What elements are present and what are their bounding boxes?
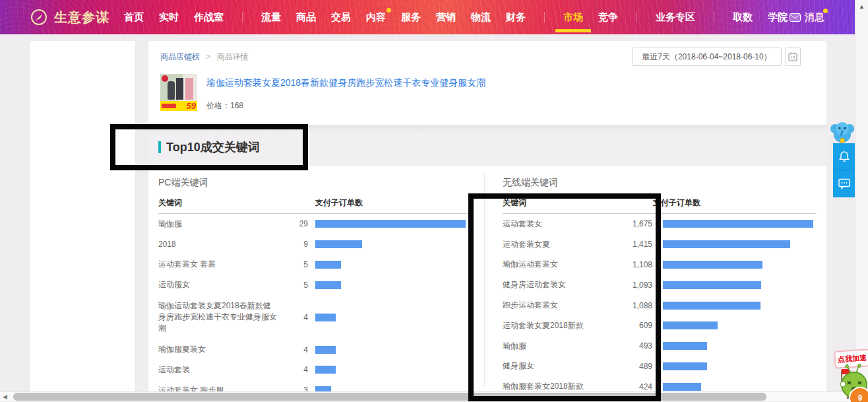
product-title-link[interactable]: 瑜伽运动套装女夏2018春新款健身房跑步宽松速干衣专业健身服女潮 [206,77,485,89]
wireless-keyword-table: 关键词 支付子订单数 运动套装女1,675运动套装女夏1,415瑜伽运动套装女1… [503,193,817,391]
app-brand[interactable]: 生意参谋 [30,9,109,26]
keyword-cell: 瑜伽服套装女2018新款 [503,379,628,391]
nav-item[interactable]: 财务 [506,11,526,24]
table-body: 瑜伽服2920189运动套装女 套装5运动服女5瑜伽运动套装女夏2018春新款健… [158,214,468,391]
keyword-cell: 运动套装女 套装 [158,257,284,272]
table-row: 20189 [158,234,468,255]
thumb-garment-dark [176,78,183,100]
horizontal-scrollbar-thumb[interactable] [13,393,766,401]
orders-column-header: 支付子订单数 [315,197,363,209]
orders-column-header: 支付子订单数 [653,197,700,209]
nav-item[interactable]: 实时 [159,11,179,24]
elephant-mascot-icon[interactable] [830,120,855,145]
order-count-cell: 489 [628,362,652,371]
order-count-cell: 29 [284,219,308,228]
calendar-icon: 15 [788,51,798,62]
scroll-up-arrow-icon[interactable]: ▲ [855,0,868,10]
horizontal-scrollbar[interactable]: ◀ ▶ [0,391,855,401]
nav-item[interactable]: 业务专区 [656,11,695,24]
compass-logo-icon [30,9,47,26]
order-count-cell: 609 [628,321,652,330]
product-header-panel: 商品店铺榜 > 商品详情 59 瑜伽运动套装女夏2018春新款健身房跑步宽松速干… [148,41,826,125]
nav-item[interactable]: 首页 [124,11,144,24]
bar [315,386,331,391]
order-count-cell: 5 [284,281,308,290]
order-count-cell: 4 [284,313,308,322]
order-count-cell: 5 [284,260,308,269]
bar [663,362,707,370]
product-price: 价格：168 [206,100,243,112]
wireless-column-title: 无线端关键词 [503,177,558,189]
messages-label: 消息 [805,11,824,24]
thumb-price: 59 [187,101,196,111]
nav-separator [544,12,545,22]
bar [663,321,718,329]
alerts-button[interactable] [833,143,855,170]
calendar-button[interactable]: 15 [785,48,801,66]
nav-item[interactable]: 营销 [436,11,456,24]
nav-item[interactable]: 取数 [733,11,753,24]
section-title: Top10成交关键词 [166,139,260,155]
order-count-cell: 3 [284,385,308,391]
bell-icon [838,151,850,162]
keyword-tables-panel: PC端关键词 无线端关键词 关键词 支付子订单数 瑜伽服2920189运动套装女… [148,166,826,391]
nav-item[interactable]: 竞争 [598,11,618,24]
thumb-red-label [162,104,176,108]
table-row: 瑜伽服套装女2018新款424 [503,376,817,391]
nav-item[interactable]: 物流 [471,11,491,24]
table-row: 运动套装4 [158,360,468,380]
order-count-cell: 424 [628,382,652,391]
table-row: 运动套装女夏1,415 [503,234,817,255]
keyword-cell: 跑步运动套装女 [503,298,628,313]
nav-item[interactable]: 商品 [296,11,316,24]
date-range-selector[interactable]: 最近7天（2018-06-04~2018-06-10） [632,48,782,66]
order-count-cell: 9 [284,240,308,249]
bar [663,240,790,248]
order-count-cell: 493 [628,341,652,351]
nav-item[interactable]: 交易 [331,11,351,24]
nav-menu: 首页实时作战室流量商品交易内容服务营销物流财务市场竞争业务专区取数学院 [124,11,788,24]
keyword-cell: 运动套装女 [503,217,628,232]
keyword-cell: 运动服女 [158,277,284,292]
nav-item[interactable]: 服务 [401,11,421,24]
bar [315,220,466,228]
breadcrumb: 商品店铺榜 > 商品详情 [160,51,249,63]
thumb-figure [168,81,175,100]
order-count-cell: 4 [284,345,308,354]
bar [663,220,813,228]
pc-keyword-table: 关键词 支付子订单数 瑜伽服2920189运动套装女 套装5运动服女5瑜伽运动套… [158,193,468,391]
scroll-left-arrow-icon[interactable]: ◀ [3,393,7,401]
product-thumbnail[interactable]: 59 [160,74,197,111]
nav-item[interactable]: 作战室 [194,11,224,24]
thumb-corner-badge [162,75,168,82]
bar [663,302,760,310]
bar [315,366,336,374]
nav-separator [242,12,243,22]
breadcrumb-link-rank[interactable]: 商品店铺榜 [160,52,200,61]
table-row: 瑜伽服493 [503,336,817,356]
keyword-cell: 运动套装女夏 [503,237,628,252]
table-row: 瑜伽服夏装女4 [158,339,468,360]
keyword-cell: 瑜伽服 [503,339,628,354]
nav-separator [714,12,714,22]
mail-icon [790,13,801,22]
nav-item-messages[interactable]: 消息 [790,0,824,34]
feedback-chat-button[interactable] [833,170,855,197]
bar [315,314,336,321]
vertical-scrollbar[interactable]: ▲ [855,0,868,402]
chat-icon [838,178,850,189]
nav-item[interactable]: 学院 [768,11,788,24]
keyword-cell: 健身服女 [503,358,628,374]
svg-text:15: 15 [790,55,795,60]
nav-item[interactable]: 内容 [366,11,386,24]
nav-item[interactable]: 市场 [563,11,583,24]
table-row: 运动服女5 [158,275,468,295]
nav-item[interactable]: 流量 [261,11,281,24]
keyword-column-header: 关键词 [158,197,315,209]
bar [663,383,701,391]
table-row: 健身房运动套装女1,093 [503,275,817,295]
order-count-cell: 1,108 [628,260,652,269]
section-header-band: Top10成交关键词 [148,125,826,166]
table-row: 瑜伽运动套装女夏2018春新款健身房跑步宽松速干衣专业健身服女潮4 [158,295,468,339]
bar [663,261,762,269]
